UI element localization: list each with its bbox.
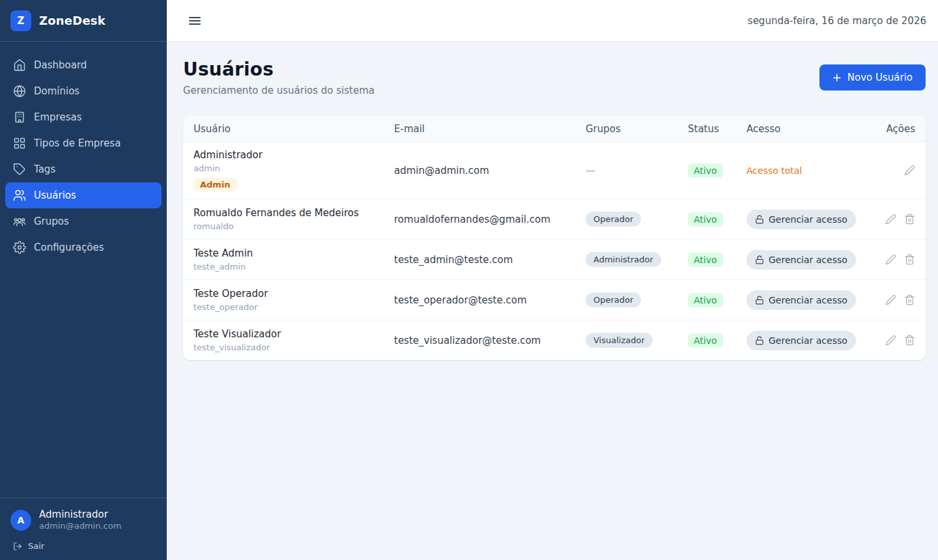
sidebar-item-empresas[interactable]: Empresas xyxy=(5,104,162,130)
manage-access-button[interactable]: Gerenciar acesso xyxy=(746,210,856,229)
users-icon xyxy=(13,189,26,202)
group-badge: Operador xyxy=(586,292,641,307)
sidebar-item-grupos[interactable]: Grupos xyxy=(5,208,162,234)
sidebar-user-section: A Administrador admin@admin.com Sair xyxy=(0,497,167,560)
user-name: Administrador xyxy=(193,149,263,162)
manage-access-label: Gerenciar acesso xyxy=(769,214,847,225)
topbar: segunda-feira, 16 de março de 2026 xyxy=(167,0,938,42)
sidebar-item-configuracoes[interactable]: Configurações xyxy=(5,234,162,260)
sidebar-item-label: Tipos de Empresa xyxy=(34,137,121,149)
edit-icon[interactable] xyxy=(885,335,896,346)
sidebar-item-label: Domínios xyxy=(34,85,79,97)
grid-icon xyxy=(13,137,26,150)
column-header-email: E-mail xyxy=(384,116,575,141)
current-user-name: Administrador xyxy=(39,509,121,521)
user-email: teste_visualizador@teste.com xyxy=(394,335,541,346)
delete-icon[interactable] xyxy=(904,294,915,305)
user-name: Teste Admin xyxy=(193,247,253,260)
delete-icon[interactable] xyxy=(904,254,915,265)
table-header: Usuário E-mail Grupos Status Acesso Açõe… xyxy=(183,116,926,142)
app-logo: Z ZoneDesk xyxy=(0,0,167,42)
user-login: teste_operador xyxy=(193,302,258,312)
new-user-button-label: Novo Usuário xyxy=(847,72,913,83)
sidebar-item-label: Empresas xyxy=(34,111,82,123)
column-header-usuario: Usuário xyxy=(183,116,384,141)
unlock-icon xyxy=(755,255,764,264)
edit-icon[interactable] xyxy=(885,254,896,265)
app-logo-icon: Z xyxy=(10,10,31,31)
sidebar-item-usuarios[interactable]: Usuários xyxy=(5,182,162,208)
sidebar: Z ZoneDesk Dashboard Domínios Empresas xyxy=(0,0,167,560)
user-login: romualdo xyxy=(193,221,234,231)
unlock-icon xyxy=(755,215,764,224)
edit-icon[interactable] xyxy=(904,165,915,176)
sidebar-item-label: Usuários xyxy=(34,189,76,201)
status-badge: Ativo xyxy=(688,163,723,178)
manage-access-label: Gerenciar acesso xyxy=(769,295,847,305)
sidebar-item-dashboard[interactable]: Dashboard xyxy=(5,52,162,78)
globe-icon xyxy=(13,85,26,98)
status-badge: Ativo xyxy=(688,212,723,227)
gear-icon xyxy=(13,241,26,254)
avatar: A xyxy=(10,510,31,531)
main-area: segunda-feira, 16 de março de 2026 Usuár… xyxy=(167,0,938,560)
column-header-status: Status xyxy=(677,116,736,141)
user-name: Teste Visualizador xyxy=(193,328,281,341)
page-title: Usuários xyxy=(183,59,375,80)
edit-icon[interactable] xyxy=(885,294,896,305)
page-subtitle: Gerenciamento de usuários do sistema xyxy=(183,85,375,96)
user-email: romualdofernandes@gmail.com xyxy=(394,214,550,225)
status-badge: Ativo xyxy=(688,333,723,348)
status-badge: Ativo xyxy=(688,293,723,307)
sidebar-item-tags[interactable]: Tags xyxy=(5,156,162,182)
tag-icon xyxy=(13,163,26,176)
table-row: Teste Admin teste_admin teste_admin@test… xyxy=(183,240,926,280)
group-badge: Administrador xyxy=(586,252,661,267)
sidebar-nav: Dashboard Domínios Empresas Tipos de Emp… xyxy=(0,42,167,497)
status-badge: Ativo xyxy=(688,253,723,267)
sidebar-item-label: Tags xyxy=(34,163,55,175)
menu-icon[interactable] xyxy=(189,15,201,27)
manage-access-label: Gerenciar acesso xyxy=(769,255,847,265)
table-row: Teste Visualizador teste_visualizador te… xyxy=(183,320,926,360)
logout-label: Sair xyxy=(28,541,44,551)
current-date: segunda-feira, 16 de março de 2026 xyxy=(748,15,926,27)
column-header-acoes: Ações xyxy=(875,116,926,141)
logout-icon xyxy=(13,542,22,551)
app-title: ZoneDesk xyxy=(39,14,106,27)
sidebar-item-tipos-de-empresa[interactable]: Tipos de Empresa xyxy=(5,130,162,156)
access-total-label: Acesso total xyxy=(746,165,802,176)
edit-icon[interactable] xyxy=(885,214,896,225)
logout-button[interactable]: Sair xyxy=(10,541,156,551)
delete-icon[interactable] xyxy=(904,335,915,346)
sidebar-item-dominios[interactable]: Domínios xyxy=(5,78,162,104)
home-icon xyxy=(13,59,26,72)
plus-icon: + xyxy=(832,72,842,83)
column-header-grupos: Grupos xyxy=(575,116,677,141)
table-row: Romualdo Fernandes de Medeiros romualdo … xyxy=(183,199,926,240)
admin-role-badge: Admin xyxy=(193,178,237,191)
user-group-icon xyxy=(13,215,26,228)
page-content: Usuários Gerenciamento de usuários do si… xyxy=(167,42,938,360)
column-header-acesso: Acesso xyxy=(736,116,875,141)
users-table-card: Usuário E-mail Grupos Status Acesso Açõe… xyxy=(183,116,926,360)
table-row: Teste Operador teste_operador teste_oper… xyxy=(183,280,926,320)
no-group-dash: — xyxy=(586,165,595,176)
manage-access-button[interactable]: Gerenciar acesso xyxy=(746,331,856,350)
user-email: teste_operador@teste.com xyxy=(394,294,527,306)
new-user-button[interactable]: + Novo Usuário xyxy=(819,64,926,91)
manage-access-button[interactable]: Gerenciar acesso xyxy=(746,250,856,270)
user-name: Teste Operador xyxy=(193,288,268,301)
group-badge: Visualizador xyxy=(586,333,653,348)
user-email: teste_admin@teste.com xyxy=(394,254,513,266)
delete-icon[interactable] xyxy=(904,214,915,225)
manage-access-button[interactable]: Gerenciar acesso xyxy=(746,290,856,310)
sidebar-item-label: Configurações xyxy=(34,242,104,253)
unlock-icon xyxy=(755,336,764,345)
user-name: Romualdo Fernandes de Medeiros xyxy=(193,207,359,220)
user-email: admin@admin.com xyxy=(394,165,489,176)
unlock-icon xyxy=(755,296,764,305)
table-row: Administrador admin Admin admin@admin.co… xyxy=(183,142,926,199)
user-login: admin xyxy=(193,163,220,173)
user-login: teste_visualizador xyxy=(193,343,270,352)
